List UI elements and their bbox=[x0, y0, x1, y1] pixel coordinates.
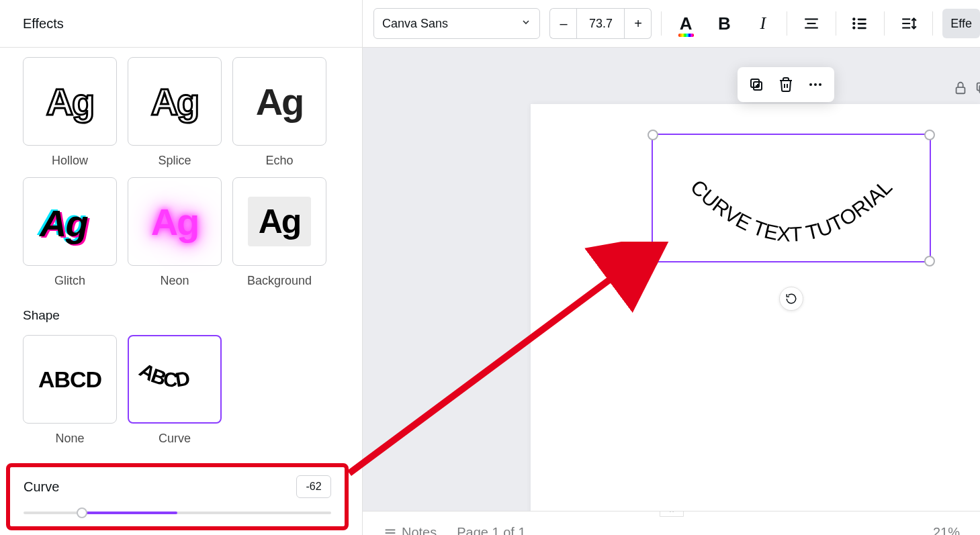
line-spacing-icon bbox=[900, 15, 918, 32]
effect-label: Glitch bbox=[54, 274, 85, 288]
effect-splice[interactable]: Ag Ag bbox=[128, 57, 222, 146]
lock-icon[interactable] bbox=[953, 81, 968, 98]
toolbar-separator bbox=[932, 11, 933, 36]
svg-point-6 bbox=[853, 22, 856, 25]
page-indicator: Page 1 of 1 bbox=[457, 525, 525, 535]
svg-point-21 bbox=[809, 83, 812, 86]
canvas-footer: Notes Page 1 of 1 21% bbox=[363, 511, 980, 535]
italic-button[interactable]: I bbox=[748, 9, 777, 38]
list-button[interactable] bbox=[846, 9, 875, 38]
effect-preview-neon: Ag bbox=[151, 200, 199, 244]
font-size-input[interactable]: 73.7 bbox=[576, 8, 625, 39]
shape-section-heading: Shape bbox=[23, 308, 339, 323]
shape-preview-none: ABCD bbox=[38, 367, 101, 393]
font-size-decrease-button[interactable]: – bbox=[549, 8, 576, 39]
shape-label: Curve bbox=[159, 432, 191, 446]
svg-rect-5 bbox=[858, 18, 866, 20]
toolbar-separator bbox=[884, 11, 885, 36]
more-button[interactable] bbox=[802, 71, 829, 98]
panel-title: Effects bbox=[23, 16, 64, 32]
chevron-down-icon bbox=[521, 17, 531, 30]
duplicate-icon bbox=[748, 77, 764, 93]
alignment-button[interactable] bbox=[797, 9, 826, 38]
svg-rect-7 bbox=[858, 23, 866, 25]
font-name: Canva Sans bbox=[382, 17, 448, 31]
effects-button[interactable]: Effe bbox=[942, 9, 980, 38]
rotate-icon bbox=[785, 293, 797, 305]
effect-glitch[interactable]: Ag Ag Ag bbox=[23, 177, 117, 266]
rainbow-bar-icon bbox=[678, 34, 694, 37]
resize-handle-top-left[interactable] bbox=[648, 130, 658, 140]
panel-header: Effects bbox=[0, 0, 362, 48]
notes-button[interactable]: Notes bbox=[402, 525, 437, 535]
resize-handle-bottom-right[interactable] bbox=[924, 256, 935, 266]
resize-handle-bottom-left[interactable] bbox=[648, 256, 658, 266]
text-color-button[interactable]: A bbox=[671, 9, 700, 38]
toolbar-separator bbox=[836, 11, 836, 36]
duplicate-page-icon[interactable] bbox=[975, 81, 980, 98]
svg-point-22 bbox=[814, 83, 817, 86]
effect-label: Background bbox=[247, 274, 312, 288]
spacing-button[interactable] bbox=[894, 9, 923, 38]
shape-curve[interactable]: ABCD bbox=[128, 335, 222, 424]
bullet-list-icon bbox=[851, 15, 868, 32]
shape-preview-curve: ABCD bbox=[134, 359, 215, 399]
selected-text-element[interactable]: CURVE TEXT TUTORIAL bbox=[652, 134, 931, 262]
effect-label: Echo bbox=[265, 154, 293, 168]
curve-slider[interactable] bbox=[24, 507, 331, 518]
effect-label: Splice bbox=[158, 154, 191, 168]
font-size-increase-button[interactable]: + bbox=[625, 8, 652, 39]
svg-rect-13 bbox=[956, 87, 965, 93]
page-actions-rail bbox=[953, 79, 980, 99]
text-color-a-icon: A bbox=[680, 13, 693, 34]
effects-side-panel: Effects Ag Hollow Ag Ag Splice bbox=[0, 0, 363, 535]
zoom-level[interactable]: 21% bbox=[933, 525, 960, 535]
svg-point-23 bbox=[819, 83, 821, 86]
curve-control-highlight: Curve -62 bbox=[6, 463, 349, 530]
duplicate-button[interactable] bbox=[743, 71, 770, 98]
effects-label: Effe bbox=[950, 17, 972, 31]
curved-text: CURVE TEXT TUTORIAL bbox=[653, 135, 930, 262]
effect-preview-background: Ag bbox=[248, 197, 312, 246]
effect-echo[interactable]: Ag Ag Ag bbox=[232, 57, 326, 146]
svg-text:ABCD: ABCD bbox=[136, 359, 191, 391]
shape-none[interactable]: ABCD bbox=[23, 335, 117, 424]
chevron-up-icon bbox=[667, 511, 676, 514]
effect-background[interactable]: Ag bbox=[232, 177, 326, 266]
delete-button[interactable] bbox=[772, 71, 799, 98]
svg-rect-9 bbox=[858, 27, 866, 29]
resize-handle-top-right[interactable] bbox=[924, 130, 935, 140]
trash-icon bbox=[778, 77, 794, 93]
shape-label: None bbox=[55, 432, 84, 446]
effect-label: Neon bbox=[160, 274, 189, 288]
effect-preview-echo: Ag Ag Ag bbox=[256, 80, 304, 124]
design-page[interactable]: CURVE TEXT TUTORIAL bbox=[531, 104, 980, 526]
svg-text:CURVE TEXT TUTORIAL: CURVE TEXT TUTORIAL bbox=[686, 175, 897, 246]
toolbar-separator bbox=[661, 11, 662, 36]
canvas-area: Canva Sans – 73.7 + A B I bbox=[363, 0, 980, 535]
curve-slider-thumb[interactable] bbox=[77, 507, 87, 518]
effect-neon[interactable]: Ag bbox=[128, 177, 222, 266]
effect-preview-hollow: Ag bbox=[46, 80, 94, 124]
font-selector[interactable]: Canva Sans bbox=[373, 8, 540, 39]
svg-point-4 bbox=[853, 17, 856, 20]
svg-point-8 bbox=[853, 26, 856, 29]
text-toolbar: Canva Sans – 73.7 + A B I bbox=[363, 0, 980, 48]
bold-icon: B bbox=[718, 13, 731, 34]
curve-value-input[interactable]: -62 bbox=[296, 475, 331, 498]
curve-slider-label: Curve bbox=[24, 479, 59, 495]
selection-context-toolbar bbox=[738, 67, 834, 102]
align-center-icon bbox=[803, 15, 820, 32]
toolbar-separator bbox=[787, 11, 787, 36]
notes-icon bbox=[383, 526, 398, 536]
effect-preview-glitch: Ag Ag Ag bbox=[40, 201, 100, 242]
page-strip-expand-handle[interactable] bbox=[660, 511, 684, 517]
effect-hollow[interactable]: Ag bbox=[23, 57, 117, 146]
bold-button[interactable]: B bbox=[710, 9, 739, 38]
italic-icon: I bbox=[760, 13, 766, 34]
more-icon bbox=[807, 77, 823, 93]
effect-preview-splice: Ag Ag bbox=[151, 80, 199, 124]
effect-label: Hollow bbox=[52, 154, 88, 168]
rotate-handle[interactable] bbox=[779, 287, 803, 311]
